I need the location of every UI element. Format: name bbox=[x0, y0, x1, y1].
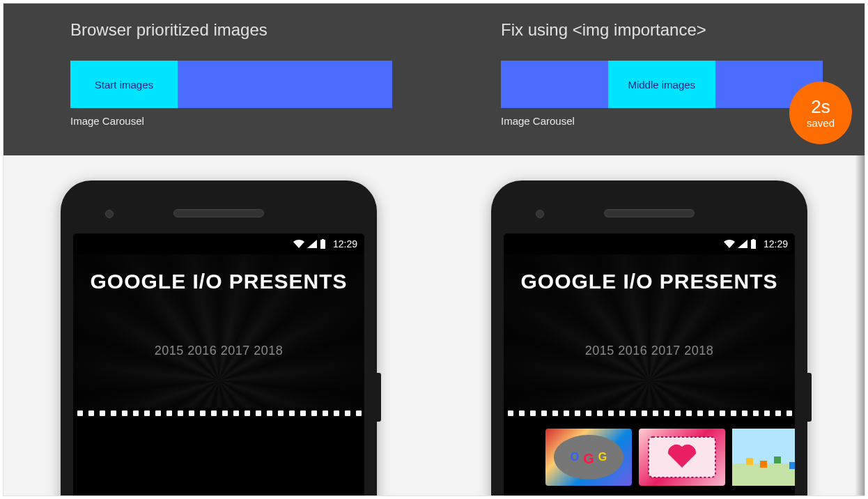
badge-value: 2s bbox=[811, 98, 830, 116]
header: Browser prioritized images Start images … bbox=[3, 3, 865, 155]
left-bar-remainder bbox=[178, 61, 392, 108]
svg-rect-8 bbox=[760, 461, 767, 468]
svg-text:G: G bbox=[583, 451, 594, 466]
sprockets-top bbox=[73, 408, 364, 420]
camera-icon bbox=[536, 210, 544, 218]
saved-time-badge: 2s saved bbox=[789, 82, 852, 144]
svg-rect-7 bbox=[746, 458, 753, 465]
left-column-header: Browser prioritized images Start images … bbox=[3, 20, 434, 143]
signal-icon bbox=[738, 240, 747, 248]
figure-container: Browser prioritized images Start images … bbox=[3, 3, 865, 496]
right-caption: Image Carousel bbox=[501, 115, 823, 127]
svg-rect-10 bbox=[789, 462, 795, 469]
left-caption: Image Carousel bbox=[70, 115, 392, 127]
content-years: 2015 2016 2017 2018 bbox=[504, 344, 795, 358]
content-years: 2015 2016 2017 2018 bbox=[73, 344, 364, 358]
phone-top-bezel bbox=[73, 193, 364, 233]
left-bar-start-segment: Start images bbox=[70, 61, 178, 108]
svg-text:G: G bbox=[598, 451, 607, 463]
status-bar: 12:29 bbox=[504, 233, 795, 254]
signal-icon bbox=[307, 240, 317, 248]
status-time: 12:29 bbox=[764, 238, 788, 250]
left-phone: 12:29 GOOGLE I/O PRESENTS 2015 2016 2017… bbox=[61, 181, 377, 496]
right-phone-col: 12:29 GOOGLE I/O PRESENTS 2015 2016 2017… bbox=[434, 155, 865, 496]
svg-text:O: O bbox=[571, 451, 579, 463]
right-screen: 12:29 GOOGLE I/O PRESENTS 2015 2016 2017… bbox=[504, 233, 795, 496]
left-content: GOOGLE I/O PRESENTS 2015 2016 2017 2018 bbox=[73, 254, 364, 496]
left-highlight-label: Start images bbox=[95, 79, 153, 91]
content-headline: GOOGLE I/O PRESENTS bbox=[504, 254, 795, 293]
speaker-icon bbox=[173, 209, 264, 217]
status-bar: 12:29 bbox=[73, 233, 364, 254]
wifi-icon bbox=[293, 240, 304, 248]
battery-icon bbox=[750, 239, 757, 249]
left-film-content-empty bbox=[73, 420, 364, 494]
right-title: Fix using <img importance> bbox=[501, 20, 823, 40]
badge-label: saved bbox=[807, 117, 835, 129]
carousel-thumb-graffiti: GOG bbox=[545, 429, 632, 486]
sprockets-bottom bbox=[73, 494, 364, 496]
film-strip bbox=[73, 408, 364, 496]
camera-icon bbox=[105, 210, 114, 218]
right-film-content: GOG bbox=[504, 420, 795, 494]
right-carousel-bar: Middle images bbox=[501, 61, 823, 108]
battery-icon bbox=[320, 239, 326, 249]
right-bar-middle-segment: Middle images bbox=[608, 61, 715, 108]
film-strip: GOG bbox=[504, 408, 795, 496]
phones-row: 12:29 GOOGLE I/O PRESENTS 2015 2016 2017… bbox=[3, 155, 865, 496]
right-phone: 12:29 GOOGLE I/O PRESENTS 2015 2016 2017… bbox=[491, 181, 807, 496]
phone-side-button bbox=[377, 373, 381, 422]
right-bar-start bbox=[501, 61, 608, 108]
svg-rect-9 bbox=[774, 456, 781, 463]
phone-side-button bbox=[807, 373, 812, 422]
carousel-thumb-pixel bbox=[732, 429, 795, 486]
content-headline: GOOGLE I/O PRESENTS bbox=[73, 254, 364, 293]
sprockets-top bbox=[504, 408, 795, 420]
carousel-thumb-heart bbox=[639, 429, 725, 486]
left-title: Browser prioritized images bbox=[70, 20, 392, 40]
right-content: GOOGLE I/O PRESENTS 2015 2016 2017 2018 … bbox=[504, 254, 795, 496]
status-time: 12:29 bbox=[333, 238, 357, 250]
left-screen: 12:29 GOOGLE I/O PRESENTS 2015 2016 2017… bbox=[73, 233, 364, 496]
speaker-icon bbox=[604, 209, 695, 217]
left-carousel-bar: Start images bbox=[70, 61, 392, 108]
left-phone-col: 12:29 GOOGLE I/O PRESENTS 2015 2016 2017… bbox=[3, 155, 434, 496]
wifi-icon bbox=[724, 240, 735, 248]
right-highlight-label: Middle images bbox=[628, 79, 695, 91]
sprockets-bottom bbox=[504, 494, 795, 496]
phone-top-bezel bbox=[504, 193, 795, 233]
